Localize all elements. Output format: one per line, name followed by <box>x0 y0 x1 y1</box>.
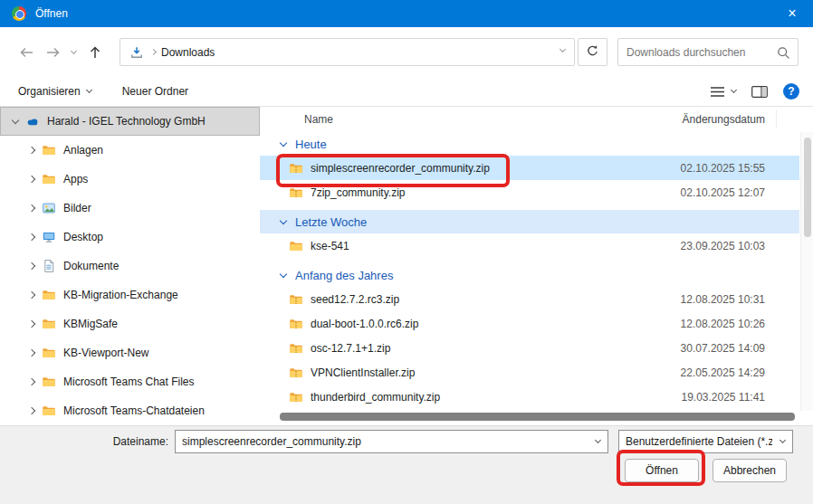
search-icon[interactable] <box>777 46 790 62</box>
file-date: 12.08.2025 10:26 <box>681 318 765 330</box>
vertical-scrollbar[interactable] <box>800 132 813 411</box>
file-group-header[interactable]: Anfang des Jahres <box>260 263 799 287</box>
back-button[interactable] <box>12 38 41 67</box>
sidebar-item[interactable]: Apps <box>0 165 260 194</box>
tree-expander[interactable] <box>24 205 40 211</box>
tree-expander[interactable] <box>24 234 40 240</box>
list-view-icon <box>710 86 725 98</box>
sidebar-item[interactable]: Harald - IGEL Technology GmbH <box>0 107 260 136</box>
file-row[interactable]: 7zip_community.zip 02.10.2025 12:07 <box>260 180 799 204</box>
file-icon <box>289 366 303 380</box>
filetype-dropdown-icon[interactable] <box>772 431 792 452</box>
file-date: 22.05.2025 14:29 <box>681 366 765 379</box>
search-box <box>617 38 799 66</box>
sidebar-item-label: Dokumente <box>63 260 119 272</box>
file-name: thunderbird_community.zip <box>311 391 440 404</box>
column-header-name[interactable]: Name <box>304 113 333 126</box>
tree-expander[interactable] <box>24 350 40 356</box>
file-icon <box>289 239 303 253</box>
history-dropdown-button[interactable] <box>66 38 81 67</box>
file-date: 19.03.2025 11:41 <box>681 391 765 404</box>
sidebar-item[interactable]: Dokumente <box>0 252 260 281</box>
file-row[interactable]: VPNClientInstaller.zip 22.05.2025 14:29 <box>260 360 799 385</box>
tree-expander[interactable] <box>24 176 40 182</box>
new-folder-button[interactable]: Neuer Ordner <box>122 85 188 98</box>
chevron-down-icon <box>280 216 287 223</box>
file-group-header[interactable]: Heute <box>260 132 799 156</box>
titlebar: Öffnen × <box>0 0 813 27</box>
sidebar-item-icon <box>42 404 56 418</box>
file-row[interactable]: osc-12.7.1+1.zip 30.07.2025 14:09 <box>260 336 799 360</box>
search-input[interactable] <box>626 46 774 59</box>
organize-label: Organisieren <box>18 85 81 98</box>
sidebar-item[interactable]: KBMigSafe <box>0 309 260 338</box>
file-name: simplescreenrecorder_community.zip <box>311 162 490 175</box>
sidebar-item-label: Bilder <box>63 202 91 214</box>
file-row[interactable]: simplescreenrecorder_community.zip 02.10… <box>260 156 799 180</box>
sidebar-item-label: KB-Migration-Exchange <box>63 289 178 301</box>
sidebar-item-label: KBMigSafe <box>63 318 118 330</box>
sidebar-item-icon <box>42 143 56 157</box>
file-list-area: Name Änderungsdatum Heute simplescreenre… <box>260 107 813 425</box>
filename-input[interactable] <box>182 435 588 448</box>
tree-expander[interactable] <box>24 147 40 153</box>
filetype-value: Benutzerdefinierte Dateien (*.zip <box>626 435 772 448</box>
filename-label: Dateiname: <box>107 430 168 453</box>
file-date: 30.07.2025 14:09 <box>681 342 765 355</box>
file-row[interactable]: seed12.7.2.rc3.zip 12.08.2025 10:31 <box>260 287 799 311</box>
help-button[interactable]: ? <box>783 83 799 100</box>
sidebar-item-icon <box>25 114 40 128</box>
file-name: seed12.7.2.rc3.zip <box>311 293 399 306</box>
tree-expander[interactable] <box>24 263 40 269</box>
sidebar-item[interactable]: Desktop <box>0 223 260 252</box>
sidebar-item[interactable]: Microsoft Teams Chat Files <box>0 367 260 396</box>
breadcrumb-segment[interactable]: Downloads <box>161 46 215 59</box>
refresh-icon <box>586 44 599 58</box>
open-file-dialog: Öffnen × Downloads <box>0 0 813 504</box>
tree-expander[interactable] <box>7 120 24 123</box>
vertical-scrollbar-thumb[interactable] <box>804 138 811 237</box>
close-button[interactable]: × <box>771 0 813 27</box>
sidebar-item-label: KB-Viewport-New <box>63 347 148 359</box>
tree-expander[interactable] <box>24 408 40 414</box>
address-dropdown-icon[interactable] <box>560 46 566 52</box>
sidebar-item-label: Apps <box>63 173 88 185</box>
horizontal-scrollbar-thumb[interactable] <box>280 413 795 421</box>
preview-pane-button[interactable] <box>751 86 768 98</box>
sidebar-item[interactable]: KB-Viewport-New <box>0 338 260 367</box>
back-arrow-icon <box>18 45 34 60</box>
file-row[interactable]: kse-541 23.09.2025 10:03 <box>260 233 799 258</box>
cancel-button[interactable]: Abbrechen <box>713 459 787 482</box>
tree-expander[interactable] <box>24 379 40 385</box>
sidebar-item[interactable]: Anlagen <box>0 136 260 165</box>
file-row[interactable]: thunderbird_community.zip 19.03.2025 11:… <box>260 385 799 409</box>
sidebar-item[interactable]: Microsoft Teams-Chatdateien <box>0 396 260 425</box>
sidebar-item[interactable]: Bilder <box>0 194 260 223</box>
open-button[interactable]: Öffnen <box>625 459 699 482</box>
filetype-dropdown[interactable]: Benutzerdefinierte Dateien (*.zip <box>618 430 793 453</box>
filename-dropdown-icon[interactable] <box>588 431 607 452</box>
column-header-date[interactable]: Änderungsdatum <box>683 113 765 126</box>
refresh-button[interactable] <box>578 38 607 66</box>
change-view-button[interactable] <box>710 86 736 98</box>
chrome-icon <box>12 6 26 21</box>
dialog-content: Harald - IGEL Technology GmbH Anlagen Ap… <box>0 107 813 425</box>
tree-expander[interactable] <box>24 321 40 327</box>
sidebar-item-icon <box>42 172 56 186</box>
downloads-icon <box>129 45 144 60</box>
address-bar[interactable]: Downloads <box>120 38 575 66</box>
file-group-header[interactable]: Letzte Woche <box>260 210 799 233</box>
sidebar-item-label: Microsoft Teams Chat Files <box>63 376 195 388</box>
chevron-down-icon <box>280 138 287 146</box>
tree-expander[interactable] <box>24 292 40 298</box>
group-label: Letzte Woche <box>295 215 367 229</box>
organize-button[interactable]: Organisieren <box>18 85 91 98</box>
toolbar: Organisieren Neuer Ordner ? <box>0 77 813 107</box>
up-button[interactable] <box>81 38 110 67</box>
file-date: 02.10.2025 15:55 <box>681 162 765 175</box>
file-row[interactable]: dual-boot-1.0.0.rc6.zip 12.08.2025 10:26 <box>260 311 799 336</box>
forward-button[interactable] <box>41 38 66 67</box>
sidebar-item[interactable]: KB-Migration-Exchange <box>0 281 260 309</box>
new-folder-label: Neuer Ordner <box>122 85 188 98</box>
file-icon <box>289 161 303 176</box>
